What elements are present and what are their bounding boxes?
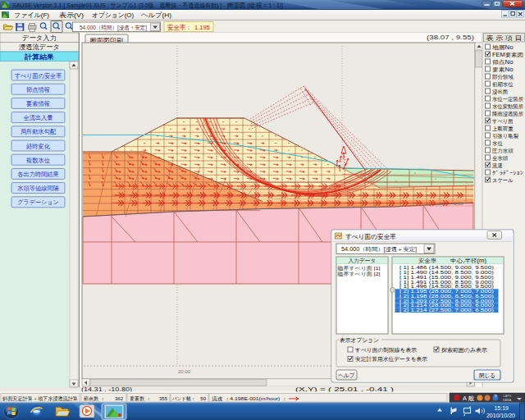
svg-text:上載荷重: 上載荷重 [492, 126, 514, 131]
svg-text:ｸﾞﾗﾃﾞｰｼｮﾝ: ｸﾞﾗﾃﾞｰｼｮﾝ [492, 170, 524, 176]
svg-text:初期水位: 初期水位 [492, 81, 514, 87]
svg-text:(X,Y) = ( 25.01 , -0.41 ): (X,Y) = ( 25.01 , -0.41 ) [295, 386, 394, 393]
svg-text:水位変動箇所: 水位変動箇所 [492, 103, 523, 109]
svg-text:節点No: 節点No [492, 59, 514, 65]
svg-text:安定計算用水位データを表示: 安定計算用水位データを表示 [355, 356, 427, 363]
svg-text:すべり面: すべり面 [492, 118, 514, 125]
svg-text:スケール: スケール [492, 177, 514, 183]
svg-text:入力データ: 入力データ [349, 258, 377, 263]
svg-text:臨界すべり面 [1]: 臨界すべり面 [1] [338, 265, 381, 272]
svg-text:すべり面の安全率: すべり面の安全率 [345, 233, 397, 240]
svg-text:複数水位: 複数水位 [26, 157, 50, 164]
svg-text:KANA: KANA [503, 399, 512, 402]
svg-text:全水頭: 全水頭 [492, 155, 509, 162]
svg-text:20.00: 20.00 [178, 369, 191, 374]
svg-text:全流出入量: 全流出入量 [24, 114, 53, 121]
svg-text:引張り亀裂: 引張り亀裂 [492, 133, 518, 139]
svg-text:斜面安定計算＋地下水浸透流計算: 斜面安定計算＋地下水浸透流計算 [2, 395, 78, 402]
svg-text:節点情報: 節点情報 [26, 86, 50, 94]
svg-text:?: ? [494, 394, 496, 399]
svg-text:データ入力: データ入力 [22, 34, 57, 42]
svg-text:すべり面の安全率: すべり面の安全率 [15, 72, 62, 80]
svg-text:降雨浸透箇所: 降雨浸透箇所 [492, 111, 523, 117]
svg-text:浸透流データ: 浸透流データ [19, 43, 60, 51]
svg-text:2010/10/20: 2010/10/20 [486, 413, 515, 418]
svg-text:節点数 ：: 節点数 ： [84, 395, 105, 401]
svg-text:水位一定箇所: 水位一定箇所 [492, 96, 523, 103]
svg-text:ファイル(F): ファイル(F) [14, 11, 49, 19]
svg-text:54.000（時間）[浸透＋安定]: 54.000（時間）[浸透＋安定] [341, 246, 417, 253]
svg-text:表示オプション: 表示オプション [340, 337, 379, 344]
svg-text:閉じる: 閉じる [479, 372, 495, 379]
svg-text:(14.31 , -10.80): (14.31 , -10.80) [81, 386, 132, 393]
svg-text:各出力時間結果: 各出力時間結果 [17, 171, 59, 178]
svg-text:要素情報: 要素情報 [26, 100, 50, 107]
svg-text:流速 ：4.198E-001(m/hour) ：: 流速 ：4.198E-001(m/hour) ： [212, 395, 287, 402]
svg-text:安全率: 安全率 [418, 258, 437, 263]
svg-text:圧力水頭: 圧力水頭 [492, 148, 514, 154]
svg-text:経時変化: 経時変化 [26, 143, 50, 150]
svg-text:[ 2] 1.214 (27.500, 7.000, 6.: [ 2] 1.214 (27.500, 7.000, 6.500) [399, 308, 494, 313]
svg-text:グラデーション: グラデーション [17, 199, 58, 206]
svg-text:計算結果: 計算結果 [24, 53, 54, 61]
svg-text:臨界すべり面 [2]: 臨界すべり面 [2] [338, 271, 381, 277]
svg-text:地層No: 地層No [492, 44, 514, 51]
svg-text:部分領域: 部分領域 [491, 74, 514, 80]
svg-text:要素数 ：: 要素数 ： [130, 396, 151, 402]
svg-text:バンド幅：: バンド幅： [171, 395, 195, 402]
svg-text:SAUSE Version 3.1 [ Sample01: SAUSE Version 3.1 [ Sample01.SUS : サンプル1… [12, 2, 283, 9]
svg-text:水頭等値線間隔: 水頭等値線間隔 [16, 185, 59, 192]
svg-text:表 示 項 目: 表 示 項 目 [486, 34, 523, 42]
svg-text:15:19: 15:19 [494, 405, 509, 411]
svg-text:1.195: 1.195 [194, 24, 210, 31]
svg-text:0.00: 0.00 [454, 201, 463, 206]
svg-text:54.000（時間）[浸透＋安定]: 54.000（時間）[浸透＋安定] [80, 25, 147, 31]
svg-text:探索範囲のみ表示: 探索範囲のみ表示 [441, 347, 487, 354]
svg-text:流速: 流速 [492, 162, 503, 169]
svg-text:ヘルプ(H): ヘルプ(H) [141, 11, 171, 19]
svg-text:表示(V): 表示(V) [59, 11, 84, 19]
svg-text:中心,半径(m): 中心,半径(m) [450, 258, 486, 264]
svg-text:362: 362 [115, 396, 124, 401]
svg-text:オプション(O): オプション(O) [92, 11, 134, 19]
svg-text:(38.07 , 9.55): (38.07 , 9.55) [427, 34, 474, 41]
svg-text:すべり面の制限線を表示: すべり面の制限線を表示 [354, 347, 417, 354]
svg-text:安全率：: 安全率： [167, 24, 192, 31]
svg-text:浸出面: 浸出面 [492, 89, 509, 95]
svg-text:要素No: 要素No [492, 66, 514, 73]
svg-text:局所動水勾配: 局所動水勾配 [21, 128, 57, 135]
svg-text:CAPS: CAPS [503, 395, 512, 398]
svg-text:ヘルプ: ヘルプ [339, 372, 356, 378]
svg-text:50: 50 [200, 396, 206, 401]
svg-text:A 般: A 般 [463, 395, 474, 402]
svg-text:355: 355 [159, 396, 168, 401]
svg-text:水位: 水位 [492, 140, 503, 146]
svg-text:FEM要素図: FEM要素図 [492, 52, 523, 58]
